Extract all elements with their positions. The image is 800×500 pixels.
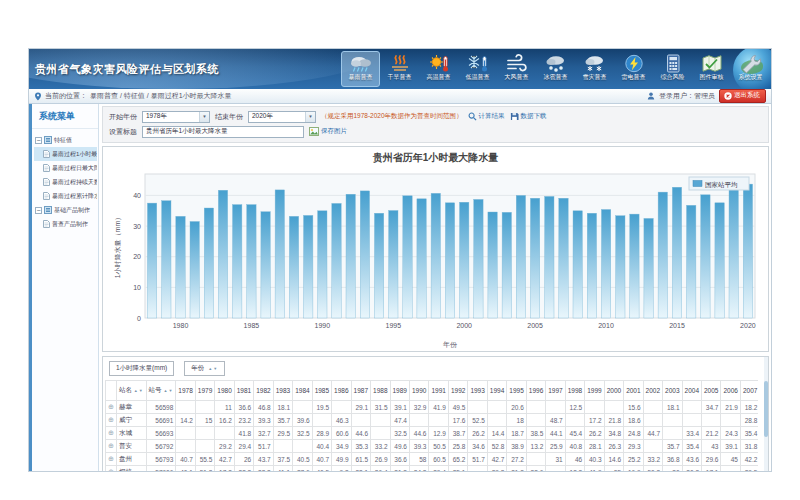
value-cell: 18 bbox=[507, 414, 526, 427]
document-icon bbox=[43, 178, 50, 186]
value-cell: 29.3 bbox=[487, 466, 506, 473]
chart-panel: 贵州省历年1小时最大降水量 01020304019801985199019952… bbox=[102, 146, 769, 352]
sidebar-tree: −特征值暴雨过程1小时最大降水量暴雨过程日最大降水量暴雨过程持续天数暴雨过程累计… bbox=[32, 129, 98, 231]
value-cell bbox=[721, 466, 740, 473]
nav-label: 雷电普查 bbox=[622, 73, 646, 82]
value-cell: 26.3 bbox=[604, 440, 623, 453]
value-cell: 46 bbox=[565, 453, 584, 466]
nav-item-high-temp[interactable]: 高温普查 bbox=[419, 51, 458, 87]
year-column-header: 1994 bbox=[487, 381, 506, 401]
collapse-icon[interactable]: − bbox=[35, 207, 42, 214]
expand-row-icon[interactable]: ⊕ bbox=[106, 414, 117, 427]
value-cell: 27.6 bbox=[293, 466, 312, 473]
value-cell: 39.6 bbox=[293, 414, 312, 427]
value-cell: 23.2 bbox=[234, 414, 253, 427]
value-cell: 40.7 bbox=[312, 453, 331, 466]
value-cell: 14.6 bbox=[604, 453, 623, 466]
year-column-header: 1983 bbox=[273, 381, 292, 401]
svg-text:1990: 1990 bbox=[314, 322, 330, 329]
nav-item-snow[interactable]: 雪灾普查 bbox=[575, 51, 614, 87]
tree-item[interactable]: 普查产品制作 bbox=[34, 217, 97, 231]
document-icon bbox=[43, 150, 50, 158]
nav-item-map-audit[interactable]: 图件审核 bbox=[692, 51, 731, 87]
nav-item-hail[interactable]: 冰雹普查 bbox=[536, 51, 575, 87]
nav-item-wind[interactable]: 大风普查 bbox=[497, 51, 536, 87]
scrollbar-thumb[interactable] bbox=[764, 381, 768, 437]
tree-item[interactable]: 暴雨过程持续天数 bbox=[34, 175, 97, 189]
nav-item-rainstorm[interactable]: 暴雨普查 bbox=[341, 51, 380, 87]
station-name-cell: 赫章 bbox=[116, 401, 146, 414]
value-cell: 33.4 bbox=[682, 427, 701, 440]
measure-field[interactable]: 1小时降水量(mm) bbox=[109, 361, 174, 376]
expand-row-icon[interactable]: ⊕ bbox=[106, 401, 117, 414]
value-cell: 34.8 bbox=[604, 427, 623, 440]
vertical-scrollbar[interactable] bbox=[764, 357, 768, 471]
start-year-value: 1978年 bbox=[146, 112, 167, 121]
expand-row-icon[interactable]: ⊕ bbox=[106, 466, 117, 473]
value-cell bbox=[176, 401, 195, 414]
value-cell: 31.2 bbox=[507, 466, 526, 473]
settings-icon bbox=[739, 53, 763, 73]
calc-result-button[interactable]: 计算结果 bbox=[468, 112, 505, 121]
value-cell: 12.9 bbox=[429, 427, 448, 440]
value-cell: 31 bbox=[546, 453, 565, 466]
year-column-header: 1990 bbox=[409, 381, 428, 401]
column-field-year[interactable]: 年份 ▲▼ bbox=[184, 361, 225, 376]
breadcrumb: 暴雨普查 / 特征值 / 暴雨过程1小时最大降水量 bbox=[90, 91, 232, 101]
tree-folder-label: 基础产品制作 bbox=[54, 206, 90, 215]
value-cell: 34.7 bbox=[702, 401, 721, 414]
tree-item[interactable]: 暴雨过程1小时最大降水量 bbox=[34, 147, 97, 161]
tree-item-label: 普查产品制作 bbox=[52, 220, 88, 229]
expand-row-icon[interactable]: ⊕ bbox=[106, 453, 117, 466]
data-download-button[interactable]: 数据下载 bbox=[510, 112, 547, 121]
nav-item-low-temp[interactable]: 低温普查 bbox=[458, 51, 497, 87]
app-window: 贵州省气象灾害风险评估与区划系统 暴雨普查干旱普查高温普查低温普查大风普查冰雹普… bbox=[28, 48, 772, 472]
station-name-cell: 桐梓 bbox=[116, 466, 146, 473]
tree-folder[interactable]: −特征值 bbox=[34, 133, 97, 147]
station-name-header[interactable]: 站名 ▲▼ bbox=[116, 381, 146, 401]
tree-item[interactable]: 暴雨过程日最大降水量 bbox=[34, 161, 97, 175]
drought-icon bbox=[388, 53, 412, 73]
hail-icon bbox=[544, 53, 568, 73]
value-cell bbox=[663, 414, 682, 427]
nav-item-settings[interactable]: 系统设置 bbox=[731, 51, 770, 87]
year-column-header: 1988 bbox=[371, 381, 390, 401]
value-cell: 24.2 bbox=[409, 466, 428, 473]
year-column-header: 1984 bbox=[293, 381, 312, 401]
nav-item-composite[interactable]: 综合风险 bbox=[653, 51, 692, 87]
value-cell bbox=[332, 401, 351, 414]
value-cell: 31.8 bbox=[740, 440, 758, 453]
logout-button[interactable]: 退出系统 bbox=[719, 89, 766, 103]
end-year-select[interactable]: 2020年 ▼ bbox=[248, 111, 316, 123]
start-year-select[interactable]: 1978年 ▼ bbox=[142, 111, 210, 123]
value-cell: 27.2 bbox=[507, 453, 526, 466]
value-cell: 40.7 bbox=[176, 453, 195, 466]
chart-title-input[interactable] bbox=[142, 126, 304, 138]
value-cell bbox=[526, 453, 545, 466]
expand-row-icon[interactable]: ⊕ bbox=[106, 427, 117, 440]
document-icon bbox=[43, 164, 50, 172]
svg-text:1995: 1995 bbox=[385, 322, 401, 329]
expand-row-icon[interactable]: ⊕ bbox=[106, 440, 117, 453]
station-id-cell: 56693 bbox=[146, 427, 176, 440]
value-cell: 28.8 bbox=[740, 414, 758, 427]
value-cell: 28.9 bbox=[312, 427, 331, 440]
tree-item[interactable]: 暴雨过程累计降水量 bbox=[34, 189, 97, 203]
tree-folder[interactable]: −基础产品制作 bbox=[34, 203, 97, 217]
value-cell: 45 bbox=[721, 453, 740, 466]
value-cell: 23.6 bbox=[526, 466, 545, 473]
sort-icons[interactable]: ▲▼ bbox=[208, 366, 218, 371]
save-image-button[interactable]: 保存图片 bbox=[309, 127, 347, 136]
svg-text:2015: 2015 bbox=[669, 322, 685, 329]
station-name-cell: 威宁 bbox=[116, 414, 146, 427]
value-cell bbox=[176, 427, 195, 440]
value-cell: 19.5 bbox=[312, 401, 331, 414]
svg-text:30: 30 bbox=[133, 223, 141, 230]
value-cell bbox=[682, 401, 701, 414]
year-column-header: 2003 bbox=[663, 381, 682, 401]
value-cell: 58 bbox=[409, 453, 428, 466]
station-id-header[interactable]: 站号 ▲▼ bbox=[146, 381, 176, 401]
nav-item-drought[interactable]: 干旱普查 bbox=[380, 51, 419, 87]
collapse-icon[interactable]: − bbox=[35, 137, 42, 144]
nav-item-lightning[interactable]: 雷电普查 bbox=[614, 51, 653, 87]
